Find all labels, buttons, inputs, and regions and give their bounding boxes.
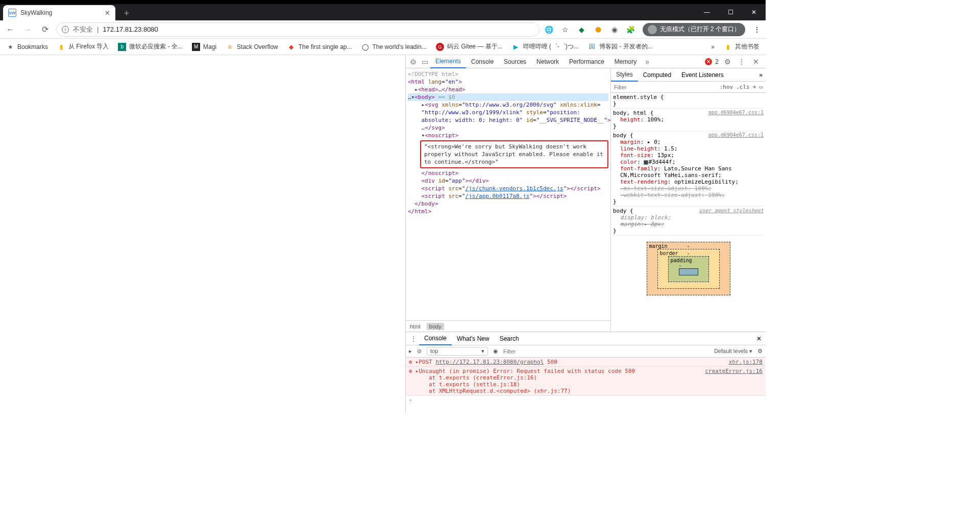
star-icon[interactable]: ☆ bbox=[561, 25, 570, 34]
devtools-tabs: ⯐ ▭ Elements Console Sources Network Per… bbox=[406, 55, 766, 68]
translate-icon[interactable]: 🌐 bbox=[545, 25, 554, 34]
reload-button[interactable]: ⟳ bbox=[39, 23, 51, 36]
ext-icon-3[interactable]: ◉ bbox=[610, 25, 619, 34]
kebab-icon[interactable]: ⋮ bbox=[736, 58, 747, 66]
console-drawer: ⋮ Console What's New Search ✕ ▸ ⊘ top▾ ◉… bbox=[406, 332, 766, 413]
context-select[interactable]: top▾ bbox=[427, 347, 488, 356]
tab-memory[interactable]: Memory bbox=[609, 55, 642, 68]
bing-icon: b bbox=[118, 43, 126, 51]
tab-console[interactable]: Console bbox=[466, 55, 499, 68]
error-count: 2 bbox=[715, 58, 719, 65]
star-icon: ★ bbox=[6, 43, 14, 51]
tab-performance[interactable]: Performance bbox=[564, 55, 609, 68]
pin-icon[interactable]: ▭ bbox=[759, 84, 763, 90]
clear-console-icon[interactable]: ⊘ bbox=[417, 348, 422, 355]
error-icon: ⊗ bbox=[409, 368, 415, 394]
search-tab[interactable]: Search bbox=[495, 332, 524, 345]
styles-filter-input[interactable] bbox=[611, 84, 717, 90]
dom-breadcrumb[interactable]: html body bbox=[406, 320, 610, 332]
bookmark-item[interactable]: MMagi bbox=[192, 43, 216, 51]
folder-icon: ▮ bbox=[724, 43, 732, 51]
gitlab-icon: ◆ bbox=[287, 43, 296, 51]
close-window-button[interactable]: ✕ bbox=[742, 4, 766, 20]
levels-select[interactable]: Default levels ▾ bbox=[714, 348, 752, 355]
elements-panel: <!DOCTYPE html> <html lang="en"> ▸<head>… bbox=[406, 68, 610, 332]
cls-toggle[interactable]: .cls bbox=[736, 84, 750, 90]
bookmarks-bar: ★Bookmarks ▮从 Firefox 导入 b微软必应搜索 - 全... … bbox=[0, 39, 766, 55]
whatsnew-tab[interactable]: What's New bbox=[452, 332, 495, 345]
close-drawer-icon[interactable]: ✕ bbox=[752, 335, 766, 342]
incognito-icon bbox=[648, 25, 657, 34]
console-output[interactable]: ⊗ ▸POST http://172.17.81.23:8080/graphql… bbox=[406, 358, 766, 413]
bookmark-item[interactable]: ★Bookmarks bbox=[6, 43, 48, 51]
computed-tab[interactable]: Computed bbox=[638, 68, 676, 82]
console-menu-icon[interactable]: ⋮ bbox=[408, 335, 419, 343]
info-icon[interactable]: i bbox=[62, 26, 69, 33]
log-source[interactable]: xhr.js:178 bbox=[729, 359, 763, 365]
url-text: 172.17.81.23:8080 bbox=[103, 26, 158, 33]
console-filter-input[interactable] bbox=[503, 348, 709, 355]
inspect-icon[interactable]: ⯐ bbox=[408, 58, 419, 66]
maximize-button[interactable]: ☐ bbox=[719, 4, 742, 20]
tab-elements[interactable]: Elements bbox=[430, 55, 466, 68]
bili-icon: ▶ bbox=[512, 43, 520, 51]
dom-tree[interactable]: <!DOCTYPE html> <html lang="en"> ▸<head>… bbox=[406, 68, 610, 320]
favicon-icon: SW bbox=[8, 9, 16, 17]
gitee-icon: G bbox=[436, 43, 444, 51]
close-devtools-icon[interactable]: ✕ bbox=[750, 58, 762, 66]
error-badge-icon[interactable]: ✕ bbox=[705, 58, 712, 65]
magi-icon: M bbox=[192, 43, 200, 51]
log-source[interactable]: createError.js:16 bbox=[705, 368, 763, 394]
github-icon: ◯ bbox=[361, 43, 369, 51]
console-prompt[interactable]: › bbox=[406, 396, 766, 405]
other-bookmarks[interactable]: ▮其他书签 bbox=[724, 42, 760, 51]
more-icon[interactable]: » bbox=[756, 71, 766, 79]
so-icon: ≡ bbox=[226, 43, 234, 51]
incognito-badge[interactable]: 无痕模式（已打开 2 个窗口） bbox=[643, 23, 745, 36]
add-rule-button[interactable]: + bbox=[753, 84, 756, 90]
more-tabs-icon[interactable]: » bbox=[642, 58, 653, 66]
bookmark-item[interactable]: G码云 Gitee — 基于... bbox=[436, 42, 503, 51]
menu-icon[interactable]: ⋮ bbox=[752, 25, 762, 34]
bookmark-item[interactable]: b微软必应搜索 - 全... bbox=[118, 42, 183, 51]
devtools-panel: ⯐ ▭ Elements Console Sources Network Per… bbox=[405, 55, 766, 413]
breadcrumb-html[interactable]: html bbox=[410, 323, 421, 330]
tab-title: SkyWalking bbox=[20, 9, 52, 16]
settings-icon[interactable]: ⚙ bbox=[722, 58, 733, 66]
error-icon: ⊗ bbox=[409, 359, 415, 365]
console-settings-icon[interactable]: ⚙ bbox=[757, 348, 763, 355]
console-side-icon[interactable]: ▸ bbox=[409, 348, 412, 355]
incognito-text: 无痕模式（已打开 2 个窗口） bbox=[660, 25, 740, 34]
new-tab-button[interactable]: + bbox=[119, 6, 134, 20]
os-titlebar bbox=[0, 0, 766, 4]
insecure-label: 不安全 bbox=[73, 25, 93, 34]
eye-icon[interactable]: ◉ bbox=[493, 348, 498, 355]
page-viewport bbox=[0, 55, 405, 413]
hov-toggle[interactable]: :hov bbox=[720, 84, 733, 90]
tab-network[interactable]: Network bbox=[531, 55, 564, 68]
close-icon[interactable]: ✕ bbox=[105, 9, 110, 17]
styles-tab[interactable]: Styles bbox=[611, 68, 638, 82]
bookmarks-overflow-icon[interactable]: » bbox=[711, 43, 715, 51]
device-icon[interactable]: ▭ bbox=[419, 58, 430, 66]
ext-icon-1[interactable]: ◆ bbox=[577, 25, 586, 34]
bookmark-item[interactable]: ◯The world's leadin... bbox=[361, 43, 426, 51]
bookmark-item[interactable]: 园博客园 - 开发者的... bbox=[588, 42, 653, 51]
css-rules[interactable]: element.style { } body, html {app.d6904e… bbox=[611, 93, 766, 332]
bookmark-item[interactable]: ◆The first single ap... bbox=[287, 43, 352, 51]
forward-button[interactable]: → bbox=[21, 23, 34, 36]
extensions-icon[interactable]: 🧩 bbox=[626, 25, 635, 34]
ext-icon-2[interactable]: ⬢ bbox=[594, 25, 603, 34]
console-tab[interactable]: Console bbox=[419, 332, 452, 345]
bookmark-item[interactable]: ▶哔哩哔哩 (゜-゜)つ... bbox=[512, 42, 579, 51]
bookmark-item[interactable]: ≡Stack Overflow bbox=[226, 43, 278, 51]
tab-sources[interactable]: Sources bbox=[499, 55, 531, 68]
back-button[interactable]: ← bbox=[4, 23, 16, 36]
bookmark-item[interactable]: ▮从 Firefox 导入 bbox=[57, 42, 109, 51]
listeners-tab[interactable]: Event Listeners bbox=[676, 68, 729, 82]
browser-tab[interactable]: SW SkyWalking ✕ bbox=[3, 5, 115, 20]
folder-icon: ▮ bbox=[57, 43, 65, 51]
breadcrumb-body[interactable]: body bbox=[427, 323, 444, 330]
minimize-button[interactable]: — bbox=[695, 4, 719, 20]
address-bar[interactable]: i 不安全 | 172.17.81.23:8080 bbox=[56, 22, 540, 37]
